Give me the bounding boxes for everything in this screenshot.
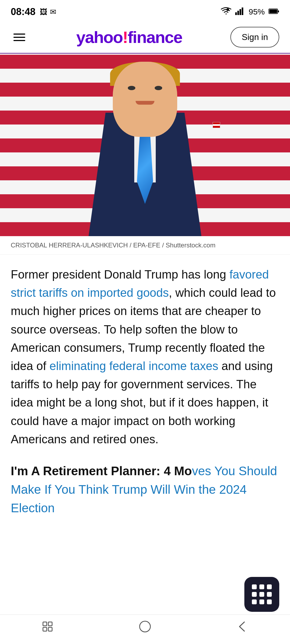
mouth bbox=[136, 101, 154, 105]
dot-8 bbox=[259, 599, 264, 604]
grid-dots bbox=[247, 579, 277, 610]
svg-rect-9 bbox=[43, 622, 47, 626]
flag-pin bbox=[213, 122, 220, 128]
section-heading: I'm A Retirement Planner: 4 Moves You Sh… bbox=[11, 462, 279, 525]
dot-7 bbox=[252, 599, 257, 604]
battery-icon bbox=[269, 8, 279, 16]
svg-rect-11 bbox=[48, 622, 52, 626]
dot-1 bbox=[252, 584, 257, 589]
recent-apps-icon bbox=[42, 621, 55, 635]
article-body: Former president Donald Trump has long f… bbox=[0, 255, 290, 536]
svg-rect-7 bbox=[278, 10, 279, 12]
status-time: 08:48 bbox=[11, 6, 35, 17]
eye-right bbox=[155, 86, 162, 90]
svg-rect-5 bbox=[242, 8, 243, 15]
wifi-icon: * bbox=[221, 7, 231, 17]
article-paragraph-1: Former president Donald Trump has long f… bbox=[11, 265, 279, 448]
hamburger-line bbox=[13, 37, 25, 38]
svg-rect-8 bbox=[269, 9, 277, 13]
nav-home-button[interactable] bbox=[132, 620, 158, 636]
back-icon bbox=[237, 620, 247, 636]
home-icon bbox=[138, 620, 152, 636]
svg-rect-12 bbox=[48, 627, 52, 631]
status-right: * 95% bbox=[221, 7, 279, 17]
nav-back-button[interactable] bbox=[228, 620, 255, 636]
battery-text: 95% bbox=[249, 7, 265, 16]
image-caption: CRISTOBAL HERRERA-ULASHKEVICH / EPA-EFE … bbox=[0, 236, 290, 255]
status-icons: 🖼 ✉ bbox=[40, 8, 56, 16]
floating-app-grid-button[interactable] bbox=[244, 577, 279, 612]
mail-icon: ✉ bbox=[50, 8, 56, 16]
hamburger-menu[interactable] bbox=[11, 31, 28, 44]
income-taxes-link[interactable]: eliminating federal income taxes bbox=[49, 359, 218, 372]
hamburger-line bbox=[13, 40, 25, 41]
dot-5 bbox=[259, 592, 264, 597]
section-heading-bold: I'm A Retirement Planner: 4 Mo bbox=[11, 464, 192, 478]
logo-yahoo-text: yahoo bbox=[76, 28, 123, 47]
status-bar: 08:48 🖼 ✉ * 95% bbox=[0, 0, 290, 21]
photo-icon: 🖼 bbox=[40, 8, 47, 16]
header: yahoo!finance Sign in bbox=[0, 21, 290, 54]
nav-recent-button[interactable] bbox=[35, 620, 62, 636]
dot-3 bbox=[267, 584, 272, 589]
sign-in-button[interactable]: Sign in bbox=[230, 27, 279, 47]
hero-image bbox=[0, 54, 290, 236]
eyes bbox=[118, 86, 172, 90]
svg-rect-4 bbox=[240, 9, 241, 15]
eye-left bbox=[128, 86, 135, 90]
svg-rect-3 bbox=[237, 11, 239, 15]
svg-rect-2 bbox=[235, 12, 237, 15]
face-overlay bbox=[118, 70, 172, 118]
yahoo-finance-logo[interactable]: yahoo!finance bbox=[76, 28, 182, 47]
svg-rect-13 bbox=[140, 621, 150, 632]
logo-finance-text: finance bbox=[128, 28, 182, 47]
status-left: 08:48 🖼 ✉ bbox=[11, 6, 56, 17]
svg-rect-10 bbox=[43, 627, 47, 631]
logo-exclaim: ! bbox=[123, 28, 128, 47]
bottom-nav bbox=[0, 614, 290, 644]
hamburger-line bbox=[13, 34, 25, 35]
dot-2 bbox=[259, 584, 264, 589]
dot-6 bbox=[267, 592, 272, 597]
dot-4 bbox=[252, 592, 257, 597]
dot-9 bbox=[267, 599, 272, 604]
paragraph-text-before-link1: Former president Donald Trump has long bbox=[11, 268, 229, 281]
svg-text:*: * bbox=[228, 9, 229, 11]
signal-icon bbox=[235, 7, 245, 17]
